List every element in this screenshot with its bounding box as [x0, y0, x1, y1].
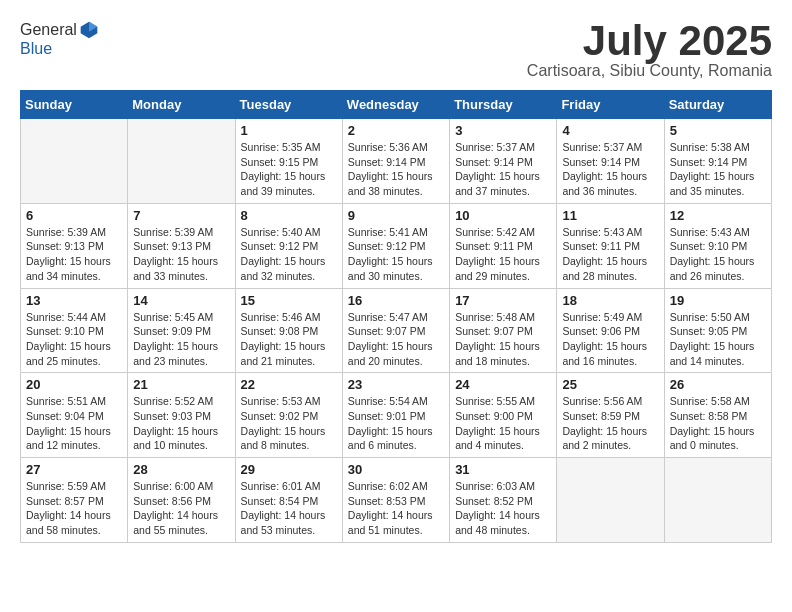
calendar-cell: 26Sunrise: 5:58 AM Sunset: 8:58 PM Dayli…: [664, 373, 771, 458]
day-detail: Sunrise: 6:00 AM Sunset: 8:56 PM Dayligh…: [133, 479, 229, 538]
calendar-cell: 20Sunrise: 5:51 AM Sunset: 9:04 PM Dayli…: [21, 373, 128, 458]
logo-general: General: [20, 21, 77, 39]
day-detail: Sunrise: 5:44 AM Sunset: 9:10 PM Dayligh…: [26, 310, 122, 369]
day-detail: Sunrise: 5:46 AM Sunset: 9:08 PM Dayligh…: [241, 310, 337, 369]
day-detail: Sunrise: 5:54 AM Sunset: 9:01 PM Dayligh…: [348, 394, 444, 453]
weekday-header: Tuesday: [235, 91, 342, 119]
calendar-cell: 21Sunrise: 5:52 AM Sunset: 9:03 PM Dayli…: [128, 373, 235, 458]
day-detail: Sunrise: 5:37 AM Sunset: 9:14 PM Dayligh…: [455, 140, 551, 199]
day-number: 5: [670, 123, 766, 138]
day-number: 14: [133, 293, 229, 308]
day-number: 28: [133, 462, 229, 477]
day-number: 10: [455, 208, 551, 223]
calendar-week-row: 6Sunrise: 5:39 AM Sunset: 9:13 PM Daylig…: [21, 203, 772, 288]
weekday-header: Wednesday: [342, 91, 449, 119]
day-number: 22: [241, 377, 337, 392]
day-detail: Sunrise: 5:55 AM Sunset: 9:00 PM Dayligh…: [455, 394, 551, 453]
calendar-week-row: 1Sunrise: 5:35 AM Sunset: 9:15 PM Daylig…: [21, 119, 772, 204]
day-number: 3: [455, 123, 551, 138]
day-number: 9: [348, 208, 444, 223]
day-detail: Sunrise: 5:48 AM Sunset: 9:07 PM Dayligh…: [455, 310, 551, 369]
calendar-week-row: 13Sunrise: 5:44 AM Sunset: 9:10 PM Dayli…: [21, 288, 772, 373]
day-detail: Sunrise: 5:43 AM Sunset: 9:11 PM Dayligh…: [562, 225, 658, 284]
weekday-header: Sunday: [21, 91, 128, 119]
calendar-cell: [21, 119, 128, 204]
day-number: 20: [26, 377, 122, 392]
calendar-cell: 16Sunrise: 5:47 AM Sunset: 9:07 PM Dayli…: [342, 288, 449, 373]
day-detail: Sunrise: 5:41 AM Sunset: 9:12 PM Dayligh…: [348, 225, 444, 284]
calendar-cell: 15Sunrise: 5:46 AM Sunset: 9:08 PM Dayli…: [235, 288, 342, 373]
calendar-cell: [128, 119, 235, 204]
calendar-cell: 18Sunrise: 5:49 AM Sunset: 9:06 PM Dayli…: [557, 288, 664, 373]
calendar-cell: 25Sunrise: 5:56 AM Sunset: 8:59 PM Dayli…: [557, 373, 664, 458]
day-number: 4: [562, 123, 658, 138]
day-detail: Sunrise: 6:03 AM Sunset: 8:52 PM Dayligh…: [455, 479, 551, 538]
calendar-cell: 24Sunrise: 5:55 AM Sunset: 9:00 PM Dayli…: [450, 373, 557, 458]
page-header: General Blue July 2025 Cartisoara, Sibiu…: [20, 20, 772, 80]
day-detail: Sunrise: 5:59 AM Sunset: 8:57 PM Dayligh…: [26, 479, 122, 538]
calendar-cell: 14Sunrise: 5:45 AM Sunset: 9:09 PM Dayli…: [128, 288, 235, 373]
day-number: 7: [133, 208, 229, 223]
day-number: 23: [348, 377, 444, 392]
calendar-cell: 10Sunrise: 5:42 AM Sunset: 9:11 PM Dayli…: [450, 203, 557, 288]
calendar-cell: 8Sunrise: 5:40 AM Sunset: 9:12 PM Daylig…: [235, 203, 342, 288]
calendar-cell: 4Sunrise: 5:37 AM Sunset: 9:14 PM Daylig…: [557, 119, 664, 204]
calendar-header-row: SundayMondayTuesdayWednesdayThursdayFrid…: [21, 91, 772, 119]
calendar-cell: 1Sunrise: 5:35 AM Sunset: 9:15 PM Daylig…: [235, 119, 342, 204]
day-number: 19: [670, 293, 766, 308]
weekday-header: Thursday: [450, 91, 557, 119]
calendar-week-row: 20Sunrise: 5:51 AM Sunset: 9:04 PM Dayli…: [21, 373, 772, 458]
calendar-cell: [557, 458, 664, 543]
day-detail: Sunrise: 5:53 AM Sunset: 9:02 PM Dayligh…: [241, 394, 337, 453]
day-number: 12: [670, 208, 766, 223]
month-title: July 2025: [527, 20, 772, 62]
day-number: 2: [348, 123, 444, 138]
day-number: 26: [670, 377, 766, 392]
calendar-cell: 13Sunrise: 5:44 AM Sunset: 9:10 PM Dayli…: [21, 288, 128, 373]
day-detail: Sunrise: 5:35 AM Sunset: 9:15 PM Dayligh…: [241, 140, 337, 199]
day-number: 18: [562, 293, 658, 308]
day-detail: Sunrise: 5:39 AM Sunset: 9:13 PM Dayligh…: [133, 225, 229, 284]
calendar-cell: 31Sunrise: 6:03 AM Sunset: 8:52 PM Dayli…: [450, 458, 557, 543]
day-detail: Sunrise: 5:50 AM Sunset: 9:05 PM Dayligh…: [670, 310, 766, 369]
calendar-table: SundayMondayTuesdayWednesdayThursdayFrid…: [20, 90, 772, 543]
day-detail: Sunrise: 5:42 AM Sunset: 9:11 PM Dayligh…: [455, 225, 551, 284]
calendar-cell: 2Sunrise: 5:36 AM Sunset: 9:14 PM Daylig…: [342, 119, 449, 204]
calendar-cell: 30Sunrise: 6:02 AM Sunset: 8:53 PM Dayli…: [342, 458, 449, 543]
day-number: 24: [455, 377, 551, 392]
day-number: 15: [241, 293, 337, 308]
calendar-cell: 5Sunrise: 5:38 AM Sunset: 9:14 PM Daylig…: [664, 119, 771, 204]
calendar-cell: 28Sunrise: 6:00 AM Sunset: 8:56 PM Dayli…: [128, 458, 235, 543]
location-subtitle: Cartisoara, Sibiu County, Romania: [527, 62, 772, 80]
calendar-cell: 12Sunrise: 5:43 AM Sunset: 9:10 PM Dayli…: [664, 203, 771, 288]
day-detail: Sunrise: 5:45 AM Sunset: 9:09 PM Dayligh…: [133, 310, 229, 369]
calendar-cell: 29Sunrise: 6:01 AM Sunset: 8:54 PM Dayli…: [235, 458, 342, 543]
day-number: 30: [348, 462, 444, 477]
day-detail: Sunrise: 5:39 AM Sunset: 9:13 PM Dayligh…: [26, 225, 122, 284]
day-detail: Sunrise: 5:49 AM Sunset: 9:06 PM Dayligh…: [562, 310, 658, 369]
day-detail: Sunrise: 5:52 AM Sunset: 9:03 PM Dayligh…: [133, 394, 229, 453]
calendar-cell: [664, 458, 771, 543]
day-number: 16: [348, 293, 444, 308]
day-number: 27: [26, 462, 122, 477]
calendar-cell: 3Sunrise: 5:37 AM Sunset: 9:14 PM Daylig…: [450, 119, 557, 204]
calendar-cell: 6Sunrise: 5:39 AM Sunset: 9:13 PM Daylig…: [21, 203, 128, 288]
calendar-cell: 27Sunrise: 5:59 AM Sunset: 8:57 PM Dayli…: [21, 458, 128, 543]
logo: General Blue: [20, 20, 99, 58]
day-number: 8: [241, 208, 337, 223]
day-detail: Sunrise: 5:37 AM Sunset: 9:14 PM Dayligh…: [562, 140, 658, 199]
day-number: 29: [241, 462, 337, 477]
day-number: 25: [562, 377, 658, 392]
day-detail: Sunrise: 5:58 AM Sunset: 8:58 PM Dayligh…: [670, 394, 766, 453]
day-detail: Sunrise: 5:51 AM Sunset: 9:04 PM Dayligh…: [26, 394, 122, 453]
calendar-cell: 22Sunrise: 5:53 AM Sunset: 9:02 PM Dayli…: [235, 373, 342, 458]
title-block: July 2025 Cartisoara, Sibiu County, Roma…: [527, 20, 772, 80]
calendar-cell: 17Sunrise: 5:48 AM Sunset: 9:07 PM Dayli…: [450, 288, 557, 373]
calendar-cell: 23Sunrise: 5:54 AM Sunset: 9:01 PM Dayli…: [342, 373, 449, 458]
calendar-week-row: 27Sunrise: 5:59 AM Sunset: 8:57 PM Dayli…: [21, 458, 772, 543]
day-detail: Sunrise: 5:43 AM Sunset: 9:10 PM Dayligh…: [670, 225, 766, 284]
day-number: 31: [455, 462, 551, 477]
weekday-header: Monday: [128, 91, 235, 119]
day-number: 6: [26, 208, 122, 223]
day-number: 1: [241, 123, 337, 138]
